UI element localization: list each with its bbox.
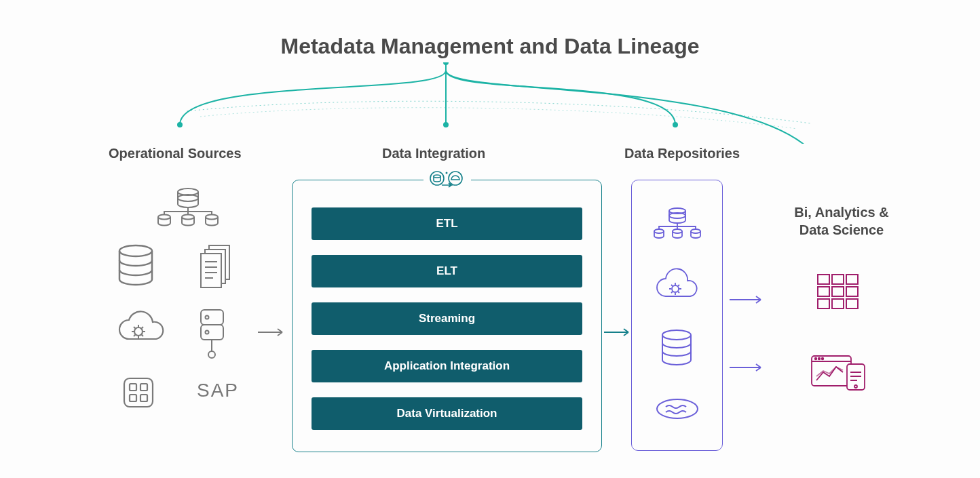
integration-step-etl: ETL [312, 207, 582, 240]
repo-db-network-icon [651, 206, 704, 243]
operational-sources-group: SAP [115, 180, 258, 431]
svg-rect-38 [832, 287, 844, 296]
label-bi-analytics: Bi, Analytics & Data Science [780, 203, 903, 239]
svg-point-31 [672, 285, 679, 292]
svg-point-23 [434, 175, 440, 178]
label-operational-sources: Operational Sources [109, 146, 242, 161]
svg-point-0 [177, 122, 183, 127]
svg-point-9 [206, 215, 218, 220]
arrow-dr-to-dashboard [730, 363, 760, 364]
svg-rect-34 [818, 275, 829, 284]
svg-point-32 [662, 330, 691, 340]
svg-point-33 [657, 399, 698, 418]
svg-point-7 [158, 215, 170, 220]
svg-point-45 [818, 358, 820, 360]
svg-rect-20 [130, 395, 136, 401]
arrow-di-to-dr [604, 327, 635, 329]
repo-data-lake-icon [654, 396, 701, 424]
svg-rect-36 [846, 275, 858, 284]
app-grid-icon [122, 376, 155, 409]
svg-rect-19 [140, 384, 147, 391]
svg-point-29 [673, 229, 682, 233]
server-node-icon [197, 308, 227, 363]
integration-step-elt: ELT [312, 255, 582, 287]
svg-point-4 [443, 62, 449, 65]
documents-icon [197, 244, 238, 292]
svg-rect-13 [201, 325, 223, 340]
svg-rect-47 [847, 364, 865, 390]
integration-header-icon [423, 168, 471, 193]
label-data-integration: Data Integration [382, 146, 485, 161]
integration-step-app-integration: Application Integration [312, 350, 582, 382]
svg-point-8 [182, 215, 194, 220]
svg-point-2 [673, 122, 678, 127]
svg-point-44 [814, 358, 816, 360]
integration-step-data-virtualization: Data Virtualization [312, 397, 582, 430]
database-icon [115, 244, 156, 288]
db-network-icon [156, 186, 221, 227]
svg-rect-37 [818, 287, 829, 296]
svg-rect-21 [140, 395, 147, 401]
svg-rect-17 [124, 378, 153, 407]
svg-rect-39 [846, 287, 858, 296]
diagram-canvas: Metadata Management and Data Lineage Ope… [0, 0, 980, 478]
svg-point-15 [206, 331, 209, 334]
svg-point-28 [654, 229, 664, 233]
svg-point-30 [691, 229, 700, 233]
svg-point-22 [430, 172, 444, 185]
bracket-connector [92, 62, 892, 144]
grid-cubes-icon [814, 271, 862, 315]
svg-rect-41 [832, 299, 844, 308]
svg-point-1 [443, 122, 449, 127]
data-integration-panel: ETL ELT Streaming Application Integratio… [292, 180, 602, 452]
integration-step-streaming: Streaming [312, 302, 582, 335]
svg-point-10 [119, 245, 152, 256]
repo-database-icon [658, 329, 696, 371]
svg-point-25 [445, 172, 447, 174]
arrow-op-to-di [258, 327, 288, 329]
svg-rect-42 [846, 299, 858, 308]
svg-rect-40 [818, 299, 829, 308]
diagram-title: Metadata Management and Data Lineage [0, 34, 980, 59]
sap-text-icon: SAP [197, 380, 239, 401]
cloud-gear-icon [115, 308, 166, 346]
svg-point-16 [208, 351, 215, 358]
dashboard-chart-icon [810, 352, 867, 395]
svg-rect-12 [201, 310, 223, 325]
arrow-dr-to-grid [730, 295, 760, 296]
bi-analytics-group [797, 271, 879, 395]
svg-point-46 [821, 358, 823, 360]
svg-rect-18 [130, 384, 136, 391]
svg-point-14 [206, 316, 209, 319]
label-data-repositories: Data Repositories [624, 146, 740, 161]
repo-cloud-gear-icon [654, 268, 701, 304]
data-repositories-panel [631, 180, 723, 451]
svg-rect-35 [832, 275, 844, 284]
svg-point-24 [449, 172, 462, 185]
